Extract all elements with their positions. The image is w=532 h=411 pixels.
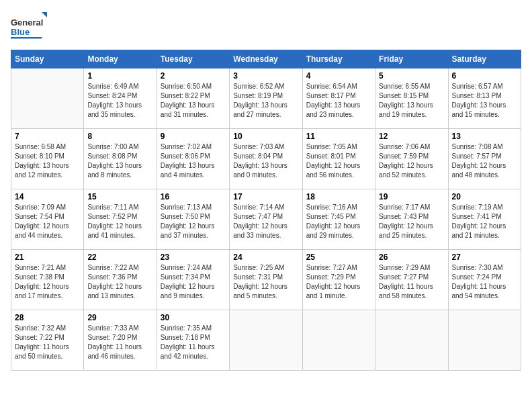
day-number: 18 [306, 192, 371, 201]
calendar-cell: 3Sunrise: 6:52 AMSunset: 8:19 PMDaylight… [230, 68, 302, 129]
calendar-cell: 17Sunrise: 7:14 AMSunset: 7:47 PMDayligh… [230, 189, 302, 250]
day-number: 10 [233, 132, 298, 141]
day-number: 9 [161, 132, 226, 141]
day-number: 29 [87, 313, 152, 322]
calendar-cell [448, 310, 521, 371]
day-info: Sunrise: 7:29 AMSunset: 7:27 PMDaylight:… [379, 263, 444, 301]
day-number: 26 [379, 253, 444, 262]
weekday-header-friday: Friday [375, 50, 448, 68]
day-number: 11 [306, 132, 371, 141]
weekday-header-row: SundayMondayTuesdayWednesdayThursdayFrid… [11, 50, 521, 68]
calendar-cell: 13Sunrise: 7:08 AMSunset: 7:57 PMDayligh… [448, 129, 521, 189]
day-number: 28 [15, 313, 80, 322]
day-number: 27 [452, 253, 517, 262]
day-info: Sunrise: 6:49 AMSunset: 8:24 PMDaylight:… [87, 82, 152, 120]
logo: General Blue [11, 11, 51, 44]
day-info: Sunrise: 7:09 AMSunset: 7:54 PMDaylight:… [15, 203, 80, 240]
day-info: Sunrise: 6:57 AMSunset: 8:13 PMDaylight:… [452, 82, 517, 120]
calendar-cell: 18Sunrise: 7:16 AMSunset: 7:45 PMDayligh… [302, 189, 375, 250]
day-info: Sunrise: 6:54 AMSunset: 8:17 PMDaylight:… [306, 82, 371, 120]
day-info: Sunrise: 7:17 AMSunset: 7:43 PMDaylight:… [379, 203, 444, 240]
calendar-cell: 15Sunrise: 7:11 AMSunset: 7:52 PMDayligh… [84, 189, 157, 250]
day-number: 7 [15, 132, 80, 141]
day-info: Sunrise: 7:32 AMSunset: 7:22 PMDaylight:… [15, 324, 80, 361]
day-info: Sunrise: 7:19 AMSunset: 7:41 PMDaylight:… [452, 203, 517, 240]
day-info: Sunrise: 6:55 AMSunset: 8:15 PMDaylight:… [379, 82, 444, 120]
calendar-week-2: 7Sunrise: 6:58 AMSunset: 8:10 PMDaylight… [11, 129, 521, 189]
calendar-cell: 7Sunrise: 6:58 AMSunset: 8:10 PMDaylight… [11, 129, 84, 189]
day-info: Sunrise: 7:08 AMSunset: 7:57 PMDaylight:… [452, 142, 517, 180]
day-number: 16 [161, 192, 226, 201]
calendar-cell: 4Sunrise: 6:54 AMSunset: 8:17 PMDaylight… [302, 68, 375, 129]
day-number: 17 [233, 192, 298, 201]
calendar-cell: 20Sunrise: 7:19 AMSunset: 7:41 PMDayligh… [448, 189, 521, 250]
day-info: Sunrise: 7:33 AMSunset: 7:20 PMDaylight:… [87, 324, 152, 361]
day-info: Sunrise: 7:03 AMSunset: 8:04 PMDaylight:… [233, 142, 298, 180]
calendar-cell: 26Sunrise: 7:29 AMSunset: 7:27 PMDayligh… [375, 250, 448, 310]
calendar-cell: 28Sunrise: 7:32 AMSunset: 7:22 PMDayligh… [11, 310, 84, 371]
day-number: 3 [233, 71, 298, 81]
day-number: 22 [87, 253, 152, 262]
day-info: Sunrise: 7:30 AMSunset: 7:24 PMDaylight:… [452, 263, 517, 301]
calendar-cell: 23Sunrise: 7:24 AMSunset: 7:34 PMDayligh… [157, 250, 229, 310]
calendar-table: SundayMondayTuesdayWednesdayThursdayFrid… [11, 50, 521, 371]
day-info: Sunrise: 7:22 AMSunset: 7:36 PMDaylight:… [87, 263, 152, 301]
calendar-cell: 11Sunrise: 7:05 AMSunset: 8:01 PMDayligh… [302, 129, 375, 189]
day-info: Sunrise: 7:35 AMSunset: 7:18 PMDaylight:… [161, 324, 226, 361]
weekday-header-saturday: Saturday [448, 50, 521, 68]
calendar-cell: 19Sunrise: 7:17 AMSunset: 7:43 PMDayligh… [375, 189, 448, 250]
calendar-cell: 9Sunrise: 7:02 AMSunset: 8:06 PMDaylight… [157, 129, 229, 189]
day-number: 20 [452, 192, 517, 201]
day-info: Sunrise: 6:52 AMSunset: 8:19 PMDaylight:… [233, 82, 298, 120]
day-info: Sunrise: 7:24 AMSunset: 7:34 PMDaylight:… [161, 263, 226, 301]
calendar-week-4: 21Sunrise: 7:21 AMSunset: 7:38 PMDayligh… [11, 250, 521, 310]
day-number: 1 [87, 71, 152, 81]
day-info: Sunrise: 7:21 AMSunset: 7:38 PMDaylight:… [15, 263, 80, 301]
calendar-week-3: 14Sunrise: 7:09 AMSunset: 7:54 PMDayligh… [11, 189, 521, 250]
calendar-cell: 14Sunrise: 7:09 AMSunset: 7:54 PMDayligh… [11, 189, 84, 250]
day-number: 14 [15, 192, 80, 201]
logo-icon: General Blue [11, 11, 51, 44]
day-number: 5 [379, 71, 444, 81]
calendar-cell: 25Sunrise: 7:27 AMSunset: 7:29 PMDayligh… [302, 250, 375, 310]
weekday-header-tuesday: Tuesday [157, 50, 229, 68]
calendar-cell: 16Sunrise: 7:13 AMSunset: 7:50 PMDayligh… [157, 189, 229, 250]
calendar-cell [11, 68, 84, 129]
day-number: 6 [452, 71, 517, 81]
day-number: 4 [306, 71, 371, 81]
calendar-cell: 22Sunrise: 7:22 AMSunset: 7:36 PMDayligh… [84, 250, 157, 310]
day-info: Sunrise: 7:16 AMSunset: 7:45 PMDaylight:… [306, 203, 371, 240]
day-number: 30 [161, 313, 226, 322]
svg-text:Blue: Blue [11, 27, 30, 37]
day-info: Sunrise: 7:14 AMSunset: 7:47 PMDaylight:… [233, 203, 298, 240]
day-info: Sunrise: 6:50 AMSunset: 8:22 PMDaylight:… [161, 82, 226, 120]
page-header: General Blue [11, 11, 521, 44]
day-number: 21 [15, 253, 80, 262]
calendar-cell: 30Sunrise: 7:35 AMSunset: 7:18 PMDayligh… [157, 310, 229, 371]
day-info: Sunrise: 7:11 AMSunset: 7:52 PMDaylight:… [87, 203, 152, 240]
day-number: 8 [87, 132, 152, 141]
calendar-cell [230, 310, 302, 371]
svg-marker-2 [42, 12, 47, 17]
day-number: 13 [452, 132, 517, 141]
svg-rect-3 [11, 37, 42, 39]
day-info: Sunrise: 7:27 AMSunset: 7:29 PMDaylight:… [306, 263, 371, 301]
calendar-cell: 24Sunrise: 7:25 AMSunset: 7:31 PMDayligh… [230, 250, 302, 310]
calendar-week-1: 1Sunrise: 6:49 AMSunset: 8:24 PMDaylight… [11, 68, 521, 129]
weekday-header-sunday: Sunday [11, 50, 84, 68]
weekday-header-thursday: Thursday [302, 50, 375, 68]
day-info: Sunrise: 7:25 AMSunset: 7:31 PMDaylight:… [233, 263, 298, 301]
day-info: Sunrise: 7:02 AMSunset: 8:06 PMDaylight:… [161, 142, 226, 180]
day-number: 15 [87, 192, 152, 201]
day-info: Sunrise: 7:05 AMSunset: 8:01 PMDaylight:… [306, 142, 371, 180]
day-number: 23 [161, 253, 226, 262]
calendar-cell: 21Sunrise: 7:21 AMSunset: 7:38 PMDayligh… [11, 250, 84, 310]
day-number: 25 [306, 253, 371, 262]
calendar-cell: 2Sunrise: 6:50 AMSunset: 8:22 PMDaylight… [157, 68, 229, 129]
calendar-cell: 8Sunrise: 7:00 AMSunset: 8:08 PMDaylight… [84, 129, 157, 189]
day-number: 2 [161, 71, 226, 81]
day-info: Sunrise: 7:00 AMSunset: 8:08 PMDaylight:… [87, 142, 152, 180]
day-number: 19 [379, 192, 444, 201]
calendar-cell: 5Sunrise: 6:55 AMSunset: 8:15 PMDaylight… [375, 68, 448, 129]
weekday-header-wednesday: Wednesday [230, 50, 302, 68]
